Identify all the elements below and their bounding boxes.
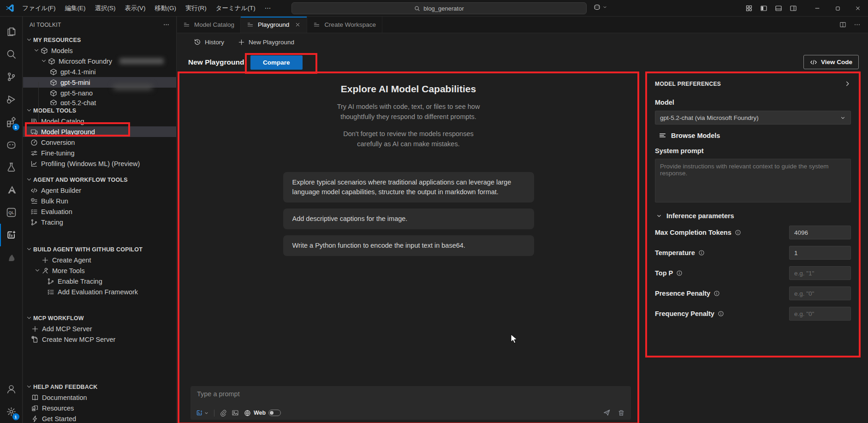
tree-item-get-started[interactable]: Get Started — [23, 413, 176, 423]
info-icon[interactable] — [713, 290, 720, 297]
chevron-down-icon — [204, 411, 209, 416]
tree-item-gpt-5-nano[interactable]: gpt-5-nano — [23, 88, 176, 98]
model-select[interactable]: gpt-5.2-chat (via Microsoft Foundry) — [655, 111, 851, 125]
section-mcp-workflow[interactable]: MCP WORKFLOW — [23, 313, 176, 323]
prompt-box[interactable]: Web — [190, 386, 631, 420]
tree-item-enable-tracing[interactable]: Enable Tracing — [23, 276, 176, 286]
view-code-button[interactable]: View Code — [803, 55, 859, 69]
tree-item-profiling-windows-ml-preview[interactable]: Profiling (Windows ML) (Preview) — [23, 158, 176, 169]
minimize-button[interactable] — [807, 0, 827, 17]
activity-azure[interactable] — [0, 179, 23, 201]
info-icon[interactable] — [676, 270, 683, 276]
activity-source-control[interactable] — [0, 66, 23, 88]
tree-item-add-mcp-server[interactable]: Add MCP Server — [23, 323, 176, 334]
section-build-agent-with-github-copilot[interactable]: BUILD AGENT WITH GITHUB COPILOT — [23, 244, 176, 255]
toggle-primary-sidebar-icon[interactable] — [756, 0, 771, 17]
prompt-input[interactable] — [197, 390, 576, 398]
suggestion-card-2[interactable]: Add descriptive captions for the image. — [283, 209, 534, 229]
new-playground-button[interactable]: New Playground — [238, 39, 294, 46]
svg-text:QL: QL — [8, 210, 14, 215]
param-input-top-p[interactable] — [789, 266, 851, 280]
tree-item-bulk-run[interactable]: Bulk Run — [23, 196, 176, 206]
tree-item-documentation[interactable]: Documentation — [23, 392, 176, 403]
tree-item-models[interactable]: Models — [23, 45, 176, 56]
menu-e[interactable]: 編集(E) — [61, 2, 90, 15]
close-icon[interactable] — [295, 22, 301, 28]
param-input-max-completion-tokens[interactable] — [789, 226, 851, 239]
section-model-tools[interactable]: MODEL TOOLS — [23, 105, 176, 116]
activity-search[interactable] — [0, 43, 23, 66]
param-input-frequency-penalty[interactable] — [789, 307, 851, 321]
info-icon[interactable] — [698, 250, 705, 256]
more-actions-icon[interactable] — [854, 21, 861, 28]
tree-item-model-playground[interactable]: Model Playground — [23, 126, 176, 137]
activity-accounts[interactable] — [0, 378, 23, 400]
activity-foundry-local[interactable] — [0, 246, 23, 269]
suggestion-card-3[interactable]: Write a Python function to encode the in… — [283, 235, 534, 256]
trash-icon[interactable] — [618, 409, 625, 417]
tab-create-workspace[interactable]: Create Workspace — [307, 17, 382, 33]
section-help-and-feedback[interactable]: HELP AND FEEDBACK — [23, 381, 176, 392]
chevron-down-icon[interactable] — [656, 213, 662, 219]
activity-codeql[interactable]: QL — [0, 201, 23, 224]
menu-s[interactable]: 選択(S) — [91, 2, 120, 15]
tree-item-create-agent[interactable]: Create Agent — [23, 255, 176, 265]
tree-item-tracing[interactable]: Tracing — [23, 217, 176, 227]
param-input-temperature[interactable] — [789, 246, 851, 260]
param-input-presence-penalty[interactable] — [789, 286, 851, 300]
menu-f[interactable]: ファイル(F) — [18, 2, 60, 15]
section-agent-and-workflow-tools[interactable]: AGENT AND WORKFLOW TOOLS — [23, 174, 176, 185]
tree-item-resources[interactable]: Resources — [23, 403, 176, 413]
tab-model-catalog[interactable]: Model Catalog — [177, 17, 241, 33]
menu-r[interactable]: 実行(R) — [181, 2, 211, 15]
compare-button[interactable]: Compare — [250, 55, 303, 70]
tree-item-gpt-5-2-chat[interactable]: gpt-5.2-chat — [23, 98, 176, 105]
activity-extensions[interactable]: 1 — [0, 111, 23, 133]
attach-image-icon[interactable] — [232, 409, 239, 417]
tree-item-create-new-mcp-server[interactable]: Create New MCP Server — [23, 334, 176, 345]
tree-item-agent-builder[interactable]: Agent Builder — [23, 185, 176, 196]
activity-explorer[interactable] — [0, 20, 23, 43]
tree-item-evaluation[interactable]: Evaluation — [23, 206, 176, 217]
tree-item-add-evaluation-framework[interactable]: Add Evaluation Framework — [23, 286, 176, 297]
menu-t[interactable]: ターミナル(T) — [212, 2, 260, 15]
tree-item-gpt-5-mini[interactable]: gpt-5-mini — [23, 77, 176, 88]
sidebar-more-actions-icon[interactable] — [163, 21, 170, 28]
history-button[interactable]: History — [194, 38, 224, 46]
tree-item-gpt-4-1-mini[interactable]: gpt-4.1-mini — [23, 66, 176, 77]
attach-file-icon[interactable] — [220, 410, 226, 417]
send-icon[interactable] — [603, 409, 611, 417]
tree-item-more-tools[interactable]: More Tools — [23, 265, 176, 276]
tree-item-fine-tuning[interactable]: Fine-tuning — [23, 148, 176, 158]
menu-overflow[interactable]: ⋯ — [261, 2, 275, 15]
activity-testing[interactable] — [0, 156, 23, 179]
split-editor-icon[interactable] — [839, 21, 846, 28]
activity-settings[interactable]: 1 — [0, 400, 23, 423]
customize-layout-icon[interactable] — [742, 0, 756, 17]
close-button[interactable] — [848, 0, 868, 17]
suggestion-card-1[interactable]: Explore typical scenarios where traditio… — [283, 172, 534, 203]
info-icon[interactable] — [735, 229, 741, 236]
tree-item-model-catalog[interactable]: Model Catalog — [23, 116, 176, 126]
activity-run-debug[interactable] — [0, 88, 23, 111]
copilot-menu[interactable] — [593, 3, 607, 11]
activity-github-copilot[interactable] — [0, 133, 23, 156]
system-prompt-textarea[interactable] — [655, 159, 851, 203]
toggle-panel-icon[interactable] — [771, 0, 786, 17]
maximize-button[interactable] — [827, 0, 848, 17]
web-search-toggle[interactable] — [268, 410, 281, 416]
command-center-search[interactable]: blog_generator — [291, 2, 587, 14]
tab-playground[interactable]: Playground — [241, 17, 307, 33]
menu-v[interactable]: 表示(V) — [121, 2, 150, 15]
chevron-right-icon[interactable] — [844, 80, 851, 87]
section-my-resources[interactable]: MY RESOURCES — [23, 35, 176, 45]
toggle-secondary-sidebar-icon[interactable] — [786, 0, 801, 17]
browse-models-button[interactable]: Browse Models — [655, 131, 851, 139]
tree-item-microsoft-foundry[interactable]: Microsoft Foundry — [23, 56, 176, 66]
activity-ai-toolkit[interactable] — [0, 224, 23, 246]
menu-g[interactable]: 移動(G) — [151, 2, 181, 15]
info-icon[interactable] — [718, 310, 724, 317]
tree-item-conversion[interactable]: Conversion — [23, 137, 176, 148]
aitoolkit-icon — [6, 230, 17, 240]
model-picker-button[interactable] — [196, 410, 209, 417]
